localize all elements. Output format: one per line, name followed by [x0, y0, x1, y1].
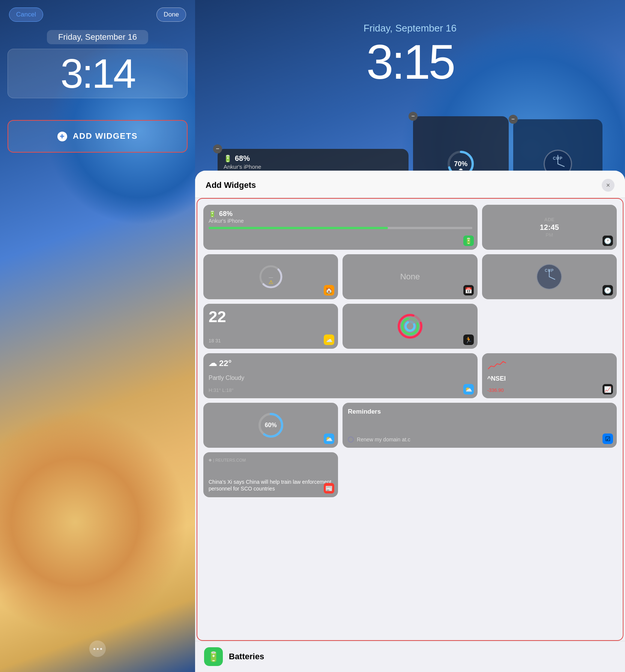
reminder-text: Renew my domain at.c — [357, 436, 410, 442]
weather-app-icon: ⛅ — [463, 384, 474, 394]
sheet-bottom: 🔋 Batteries — [195, 641, 625, 672]
add-widgets-text: ADD WIDGETS — [73, 131, 138, 141]
battery-bar-fill — [209, 227, 388, 229]
widget-none[interactable]: None 📅 — [343, 254, 477, 299]
stock-chart-icon: 📈 — [602, 384, 613, 394]
add-widgets-button[interactable]: + ADD WIDGETS — [8, 120, 188, 153]
num-sub-1831: 18 31 — [209, 338, 221, 344]
stock-chart — [487, 358, 506, 370]
plus-icon: + — [57, 132, 67, 141]
reminders-title: Reminders — [348, 408, 611, 416]
done-button[interactable]: Done — [156, 8, 186, 22]
battery-widget-name: Ankur's iPhone — [209, 218, 472, 224]
sheet-header: Add Widgets × — [195, 171, 625, 198]
battery-widget-app-icon: 🔋 — [463, 236, 474, 246]
widget-news[interactable]: ◆ | REUTERS.COM China's Xi says China wi… — [203, 452, 338, 497]
widget-ade-clock[interactable]: ADE 12:45 PM 🕐 — [482, 205, 617, 250]
dot-3 — [100, 648, 102, 650]
left-screen: Cancel Done Friday, September 16 3:14 + … — [0, 0, 195, 672]
svg-line-4 — [558, 164, 564, 166]
left-time: 3:14 — [8, 53, 187, 94]
ade-time: 12:45 — [540, 223, 559, 231]
widget-gauge-warning[interactable]: — ⚠ 🏠 — [203, 254, 338, 299]
widget-fitness-ring[interactable]: 🏃 — [343, 304, 477, 349]
dot-1 — [93, 648, 95, 650]
remove-cup-widget[interactable]: − — [509, 115, 518, 124]
reminder-item: Renew my domain at.c — [348, 436, 611, 442]
widget-60pct[interactable]: 60% ⛅ — [203, 403, 338, 448]
remove-battery-widget[interactable]: − — [213, 144, 222, 153]
reminders-app-icon: ☑ — [602, 434, 613, 444]
add-widgets-sheet: Add Widgets × 🔋 68% Ankur's iPhone — [195, 171, 625, 672]
battery-device-name: Ankur's iPhone — [224, 164, 403, 170]
right-date: Friday, September 16 — [195, 22, 625, 34]
widget-stock[interactable]: ^NSEI -336.90 📈 — [482, 353, 617, 398]
widgets-grid-container: 🔋 68% Ankur's iPhone 🔋 ADE 12:45 PM — [197, 198, 623, 641]
battery-pct-value: 68% — [235, 154, 250, 163]
stock-name: ^NSEI — [487, 375, 506, 382]
widget-cup-small[interactable]: CUP 🕐 — [482, 254, 617, 299]
cup-clock-icon: 🕐 — [602, 285, 613, 296]
news-source: ◆ | REUTERS.COM — [209, 458, 333, 462]
left-top-bar: Cancel Done — [0, 8, 195, 22]
news-source-text: | REUTERS.COM — [213, 458, 246, 462]
pct-value: 60% — [265, 422, 277, 429]
pct-weather-icon: ⛅ — [324, 434, 334, 444]
batteries-large-icon: 🔋 — [204, 647, 223, 666]
weather-desc: Partly Cloudy — [209, 375, 472, 381]
more-button[interactable] — [89, 640, 106, 657]
batteries-label: Batteries — [229, 652, 264, 662]
widget-battery-large[interactable]: 🔋 68% Ankur's iPhone 🔋 — [203, 205, 478, 250]
battery-widget-title: 68% — [219, 210, 233, 218]
weather-hl: H:31° L:18° — [209, 387, 472, 393]
battery-bar-cell — [209, 227, 472, 229]
ade-ampm: PM — [546, 232, 553, 238]
reminder-dot — [348, 436, 354, 442]
sheet-title: Add Widgets — [206, 180, 256, 190]
fitness-app-icon: 🏃 — [463, 334, 474, 345]
cup-clock-svg — [538, 265, 561, 288]
right-time: 3:15 — [195, 38, 625, 86]
none-label: None — [400, 272, 420, 282]
widget-weather[interactable]: ☁ 22° Partly Cloudy H:31° L:18° ⛅ — [203, 353, 478, 398]
widgets-grid: 🔋 68% Ankur's iPhone 🔋 ADE 12:45 PM — [203, 205, 617, 497]
close-icon: × — [606, 182, 610, 189]
right-screen: Friday, September 16 3:15 − 🔋 68% Ankur'… — [195, 0, 625, 672]
stock-value: -336.90 — [487, 387, 504, 393]
left-time-box: 3:14 — [8, 49, 188, 98]
ade-clock-icon: 🕐 — [602, 236, 613, 246]
add-widgets-label: + ADD WIDGETS — [57, 131, 138, 141]
news-app-icon: 📰 — [324, 483, 334, 494]
news-headline: China's Xi says China will help train la… — [209, 478, 333, 492]
svg-line-10 — [549, 277, 555, 279]
svg-text:⚠: ⚠ — [268, 279, 273, 285]
left-date: Friday, September 16 — [0, 30, 195, 44]
fitness-ring-svg — [397, 313, 424, 340]
num-big-22: 22 — [209, 309, 226, 325]
widget-reminders[interactable]: Reminders Renew my domain at.c ☑ — [343, 403, 617, 448]
sheet-close-button[interactable]: × — [602, 179, 614, 192]
remove-gauge-widget[interactable]: − — [409, 112, 418, 121]
gauge-pct: 70% — [454, 160, 467, 168]
battery-widget-icon: 🔋 — [209, 210, 216, 218]
60pct-gauge: 60% — [257, 412, 284, 439]
battery-percentage: 🔋 68% — [224, 154, 403, 163]
gauge-home-icon: 🏠 — [324, 285, 334, 296]
dot-2 — [97, 648, 99, 650]
cancel-button[interactable]: Cancel — [9, 8, 43, 22]
num-weather-icon: ⛅ — [324, 334, 334, 345]
news-dot: ◆ — [209, 458, 212, 462]
battery-icon: 🔋 — [224, 154, 232, 163]
ade-city: ADE — [544, 217, 554, 222]
cup-face-small: CUP — [536, 264, 562, 290]
widget-number-22[interactable]: 22 18 31 ⛅ — [203, 304, 338, 349]
gauge-svg: — ⚠ — [258, 264, 284, 290]
left-date-text: Friday, September 16 — [47, 30, 148, 44]
weather-temp: ☁ 22° — [209, 358, 472, 368]
none-calendar-icon: 📅 — [463, 285, 474, 296]
